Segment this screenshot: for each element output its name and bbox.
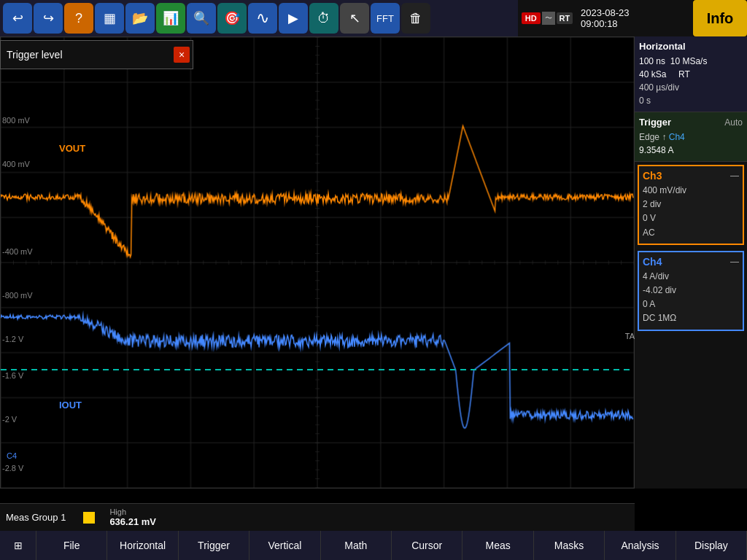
nav-masks[interactable]: Masks — [534, 531, 605, 560]
nav-trigger[interactable]: Trigger — [179, 531, 249, 560]
clock-button[interactable]: ⏱ — [309, 3, 338, 34]
nav-vertical[interactable]: Vertical — [249, 531, 320, 560]
trigger-level-line — [1, 369, 635, 370]
ch3-details: 400 mV/div 2 div 0 V AC — [643, 184, 739, 240]
nav-grid-icon[interactable]: ⊞ — [0, 531, 36, 560]
grid-icon: ⊞ — [14, 540, 23, 551]
target-button[interactable]: 🎯 — [217, 3, 247, 34]
meas-indicator — [83, 512, 95, 524]
time-display: 09:00:18 — [581, 18, 618, 29]
wave-logo: 〜 — [542, 12, 555, 25]
trigger-detail: Edge ↑ Ch4 — [639, 131, 743, 144]
trigger-value-display: 9.3548 A — [639, 144, 743, 157]
meas-high-value: 636.21 mV — [109, 516, 156, 527]
horiz-row2: 40 kSa RT — [639, 68, 743, 81]
trigger-mode: Auto — [724, 117, 743, 128]
trigger-panel-title: Trigger — [639, 117, 671, 128]
open-button[interactable]: 📂 — [125, 3, 155, 34]
logo-area: HD 〜 RT — [518, 0, 576, 36]
trigger-type: Edge — [639, 132, 659, 142]
horiz-row1: 100 ns 10 MSa/s — [639, 55, 743, 68]
rt-badge: RT — [557, 12, 573, 24]
horiz-offset: 0 s — [639, 94, 743, 107]
delete-button[interactable]: 🗑 — [401, 3, 430, 34]
measure-button[interactable]: 📊 — [156, 3, 185, 34]
nav-cursor[interactable]: Cursor — [392, 531, 462, 560]
zoom-button[interactable]: 🔍 — [187, 3, 216, 34]
right-panel: Horizontal 100 ns 10 MSa/s 40 kSa RT 400… — [635, 36, 747, 489]
nav-analysis[interactable]: Analysis — [605, 531, 676, 560]
trigger-close-button[interactable]: × — [174, 47, 190, 63]
volt-label-400mv: 400 mV — [2, 160, 30, 168]
horiz-divs: 400 µs/div — [639, 81, 743, 94]
hd-badge: HD — [522, 12, 541, 24]
ch3-title: Ch3 — [643, 170, 662, 182]
meas-group-label: Meas Group 1 — [6, 512, 66, 523]
wave-button[interactable]: ∿ — [248, 3, 277, 34]
ch4-panel: Ch4 — 4 A/div -4.02 div 0 A DC 1MΩ — [638, 251, 744, 331]
nav-horizontal[interactable]: Horizontal — [107, 531, 178, 560]
trigger-channel: Ch4 — [669, 132, 685, 142]
volt-label-neg2v: -2 V — [2, 415, 17, 424]
volt-label-neg800mv: -800 mV — [2, 291, 33, 300]
trigger-info-panel: Trigger Auto Edge ↑ Ch4 9.3548 A — [635, 112, 747, 162]
ch3-panel: Ch3 — 400 mV/div 2 div 0 V AC — [638, 165, 744, 245]
menu-button[interactable]: ▦ — [95, 3, 124, 34]
volt-label-neg16v: -1.6 V — [2, 371, 23, 380]
ta-indicator: TA — [625, 332, 635, 341]
volt-label-800mv: 800 mV — [2, 116, 30, 125]
ch4-minimize[interactable]: — — [730, 257, 739, 267]
back-button[interactable]: ↩ — [3, 3, 32, 34]
info-button[interactable]: Info — [693, 0, 747, 36]
horiz-rt: RT — [678, 69, 690, 79]
meas-bar: Meas Group 1 High 636.21 mV — [0, 503, 635, 531]
nav-display[interactable]: Display — [676, 531, 747, 560]
ch3-minimize[interactable]: — — [730, 171, 739, 181]
trigger-popup-title: Trigger level — [1, 49, 69, 61]
ch4-title: Ch4 — [643, 256, 662, 268]
nav-meas[interactable]: Meas — [462, 531, 533, 560]
scope-display: 800 mV 400 mV -400 mV -800 mV -1.2 V -1.… — [0, 36, 635, 489]
datetime-area: 2023-08-23 09:00:18 — [576, 0, 693, 36]
horizontal-title: Horizontal — [639, 41, 743, 52]
horiz-sample: 10 MSa/s — [670, 56, 708, 66]
meas-high-item: High 636.21 mV — [109, 508, 156, 527]
volt-label-neg12v: -1.2 V — [2, 335, 23, 343]
meas-high-label: High — [109, 508, 156, 516]
fft-button[interactable]: FFT — [371, 3, 400, 34]
arrow-button[interactable]: ↖ — [340, 3, 369, 34]
vout-label: VOUT — [59, 143, 85, 154]
trigger-arrow: ↑ — [662, 132, 668, 142]
ch4-details: 4 A/div -4.02 div 0 A DC 1MΩ — [643, 270, 739, 326]
date-display: 2023-08-23 — [581, 7, 630, 18]
horiz-ksa: 40 kSa — [639, 69, 666, 79]
nav-file[interactable]: File — [36, 531, 107, 560]
iout-label: IOUT — [59, 400, 82, 411]
horizontal-panel: Horizontal 100 ns 10 MSa/s 40 kSa RT 400… — [635, 36, 747, 112]
nav-bar: ⊞ File Horizontal Trigger Vertical Math … — [0, 531, 747, 560]
volt-label-neg28v: -2.8 V — [2, 464, 23, 472]
trigger-level-value: 9.3548 A — [639, 145, 673, 155]
scope-grid — [1, 37, 634, 488]
ch4-dot: C4 — [7, 451, 17, 460]
forward-button[interactable]: ↪ — [34, 3, 63, 34]
volt-label-neg400mv: -400 mV — [2, 247, 33, 256]
play-button[interactable]: ▶ — [279, 3, 308, 34]
help-button[interactable]: ? — [64, 3, 93, 34]
horiz-time: 100 ns — [639, 56, 665, 66]
trigger-popup: Trigger level × — [0, 40, 193, 69]
nav-math[interactable]: Math — [321, 531, 392, 560]
